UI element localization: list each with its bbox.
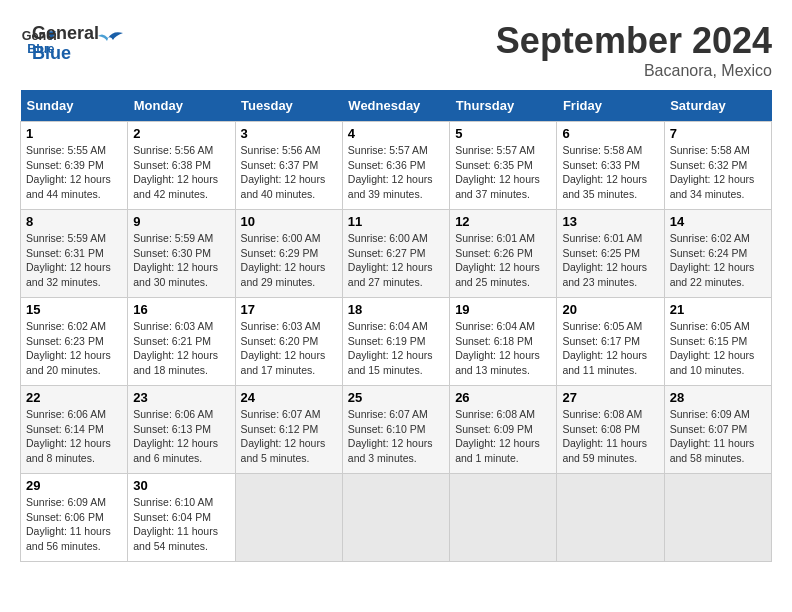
calendar-day-header: Friday <box>557 90 664 122</box>
calendar-day-cell: 2Sunrise: 5:56 AM Sunset: 6:38 PM Daylig… <box>128 122 235 210</box>
day-number: 3 <box>241 126 337 141</box>
day-number: 5 <box>455 126 551 141</box>
day-info: Sunrise: 6:04 AM Sunset: 6:19 PM Dayligh… <box>348 319 444 378</box>
day-number: 26 <box>455 390 551 405</box>
day-info: Sunrise: 6:03 AM Sunset: 6:20 PM Dayligh… <box>241 319 337 378</box>
calendar-day-header: Thursday <box>450 90 557 122</box>
calendar-day-header: Saturday <box>664 90 771 122</box>
day-number: 2 <box>133 126 229 141</box>
calendar-day-cell <box>557 474 664 562</box>
logo-bird-icon <box>93 23 123 53</box>
day-info: Sunrise: 5:57 AM Sunset: 6:36 PM Dayligh… <box>348 143 444 202</box>
calendar-day-cell: 30Sunrise: 6:10 AM Sunset: 6:04 PM Dayli… <box>128 474 235 562</box>
calendar-day-cell: 19Sunrise: 6:04 AM Sunset: 6:18 PM Dayli… <box>450 298 557 386</box>
calendar-day-header: Tuesday <box>235 90 342 122</box>
calendar-day-cell: 17Sunrise: 6:03 AM Sunset: 6:20 PM Dayli… <box>235 298 342 386</box>
day-number: 6 <box>562 126 658 141</box>
calendar-week-row: 1Sunrise: 5:55 AM Sunset: 6:39 PM Daylig… <box>21 122 772 210</box>
day-info: Sunrise: 6:03 AM Sunset: 6:21 PM Dayligh… <box>133 319 229 378</box>
calendar-day-cell: 25Sunrise: 6:07 AM Sunset: 6:10 PM Dayli… <box>342 386 449 474</box>
day-number: 8 <box>26 214 122 229</box>
calendar-day-cell: 13Sunrise: 6:01 AM Sunset: 6:25 PM Dayli… <box>557 210 664 298</box>
day-number: 21 <box>670 302 766 317</box>
calendar-table: SundayMondayTuesdayWednesdayThursdayFrid… <box>20 90 772 562</box>
month-title: September 2024 <box>496 20 772 62</box>
calendar-day-cell: 16Sunrise: 6:03 AM Sunset: 6:21 PM Dayli… <box>128 298 235 386</box>
day-number: 29 <box>26 478 122 493</box>
day-info: Sunrise: 6:06 AM Sunset: 6:13 PM Dayligh… <box>133 407 229 466</box>
calendar-day-cell: 24Sunrise: 6:07 AM Sunset: 6:12 PM Dayli… <box>235 386 342 474</box>
day-info: Sunrise: 6:08 AM Sunset: 6:09 PM Dayligh… <box>455 407 551 466</box>
day-number: 9 <box>133 214 229 229</box>
day-info: Sunrise: 5:55 AM Sunset: 6:39 PM Dayligh… <box>26 143 122 202</box>
day-info: Sunrise: 6:10 AM Sunset: 6:04 PM Dayligh… <box>133 495 229 554</box>
calendar-day-cell: 18Sunrise: 6:04 AM Sunset: 6:19 PM Dayli… <box>342 298 449 386</box>
title-block: September 2024 Bacanora, Mexico <box>496 20 772 80</box>
calendar-day-cell: 22Sunrise: 6:06 AM Sunset: 6:14 PM Dayli… <box>21 386 128 474</box>
calendar-day-cell: 20Sunrise: 6:05 AM Sunset: 6:17 PM Dayli… <box>557 298 664 386</box>
day-info: Sunrise: 6:06 AM Sunset: 6:14 PM Dayligh… <box>26 407 122 466</box>
calendar-day-cell: 12Sunrise: 6:01 AM Sunset: 6:26 PM Dayli… <box>450 210 557 298</box>
calendar-day-cell: 15Sunrise: 6:02 AM Sunset: 6:23 PM Dayli… <box>21 298 128 386</box>
calendar-header-row: SundayMondayTuesdayWednesdayThursdayFrid… <box>21 90 772 122</box>
page-header: General Blue General Blue September 2024… <box>20 20 772 80</box>
day-number: 17 <box>241 302 337 317</box>
calendar-day-header: Wednesday <box>342 90 449 122</box>
calendar-day-cell <box>664 474 771 562</box>
calendar-day-cell: 10Sunrise: 6:00 AM Sunset: 6:29 PM Dayli… <box>235 210 342 298</box>
day-info: Sunrise: 5:58 AM Sunset: 6:32 PM Dayligh… <box>670 143 766 202</box>
day-info: Sunrise: 5:56 AM Sunset: 6:37 PM Dayligh… <box>241 143 337 202</box>
day-info: Sunrise: 6:01 AM Sunset: 6:26 PM Dayligh… <box>455 231 551 290</box>
day-info: Sunrise: 5:59 AM Sunset: 6:31 PM Dayligh… <box>26 231 122 290</box>
day-info: Sunrise: 5:59 AM Sunset: 6:30 PM Dayligh… <box>133 231 229 290</box>
calendar-day-header: Sunday <box>21 90 128 122</box>
logo-general: General <box>32 24 99 44</box>
calendar-day-cell: 29Sunrise: 6:09 AM Sunset: 6:06 PM Dayli… <box>21 474 128 562</box>
calendar-day-cell: 6Sunrise: 5:58 AM Sunset: 6:33 PM Daylig… <box>557 122 664 210</box>
day-number: 22 <box>26 390 122 405</box>
day-info: Sunrise: 5:56 AM Sunset: 6:38 PM Dayligh… <box>133 143 229 202</box>
day-info: Sunrise: 6:05 AM Sunset: 6:15 PM Dayligh… <box>670 319 766 378</box>
day-info: Sunrise: 6:07 AM Sunset: 6:10 PM Dayligh… <box>348 407 444 466</box>
logo: General Blue General Blue <box>20 20 123 64</box>
day-info: Sunrise: 6:05 AM Sunset: 6:17 PM Dayligh… <box>562 319 658 378</box>
day-number: 4 <box>348 126 444 141</box>
day-info: Sunrise: 5:58 AM Sunset: 6:33 PM Dayligh… <box>562 143 658 202</box>
day-number: 23 <box>133 390 229 405</box>
calendar-day-cell: 14Sunrise: 6:02 AM Sunset: 6:24 PM Dayli… <box>664 210 771 298</box>
calendar-day-header: Monday <box>128 90 235 122</box>
location: Bacanora, Mexico <box>496 62 772 80</box>
day-number: 1 <box>26 126 122 141</box>
calendar-week-row: 22Sunrise: 6:06 AM Sunset: 6:14 PM Dayli… <box>21 386 772 474</box>
day-info: Sunrise: 6:09 AM Sunset: 6:07 PM Dayligh… <box>670 407 766 466</box>
day-number: 25 <box>348 390 444 405</box>
calendar-day-cell: 11Sunrise: 6:00 AM Sunset: 6:27 PM Dayli… <box>342 210 449 298</box>
logo-blue: Blue <box>32 44 99 64</box>
calendar-week-row: 8Sunrise: 5:59 AM Sunset: 6:31 PM Daylig… <box>21 210 772 298</box>
calendar-week-row: 29Sunrise: 6:09 AM Sunset: 6:06 PM Dayli… <box>21 474 772 562</box>
day-number: 30 <box>133 478 229 493</box>
day-number: 11 <box>348 214 444 229</box>
day-number: 28 <box>670 390 766 405</box>
calendar-day-cell <box>235 474 342 562</box>
calendar-day-cell: 9Sunrise: 5:59 AM Sunset: 6:30 PM Daylig… <box>128 210 235 298</box>
day-number: 27 <box>562 390 658 405</box>
calendar-day-cell: 7Sunrise: 5:58 AM Sunset: 6:32 PM Daylig… <box>664 122 771 210</box>
day-info: Sunrise: 6:00 AM Sunset: 6:27 PM Dayligh… <box>348 231 444 290</box>
calendar-week-row: 15Sunrise: 6:02 AM Sunset: 6:23 PM Dayli… <box>21 298 772 386</box>
day-number: 7 <box>670 126 766 141</box>
day-number: 13 <box>562 214 658 229</box>
calendar-day-cell: 21Sunrise: 6:05 AM Sunset: 6:15 PM Dayli… <box>664 298 771 386</box>
calendar-day-cell: 4Sunrise: 5:57 AM Sunset: 6:36 PM Daylig… <box>342 122 449 210</box>
calendar-day-cell: 1Sunrise: 5:55 AM Sunset: 6:39 PM Daylig… <box>21 122 128 210</box>
calendar-day-cell <box>342 474 449 562</box>
day-info: Sunrise: 5:57 AM Sunset: 6:35 PM Dayligh… <box>455 143 551 202</box>
day-info: Sunrise: 6:02 AM Sunset: 6:23 PM Dayligh… <box>26 319 122 378</box>
calendar-day-cell: 27Sunrise: 6:08 AM Sunset: 6:08 PM Dayli… <box>557 386 664 474</box>
day-number: 12 <box>455 214 551 229</box>
calendar-day-cell: 26Sunrise: 6:08 AM Sunset: 6:09 PM Dayli… <box>450 386 557 474</box>
day-number: 19 <box>455 302 551 317</box>
day-info: Sunrise: 6:08 AM Sunset: 6:08 PM Dayligh… <box>562 407 658 466</box>
day-info: Sunrise: 6:07 AM Sunset: 6:12 PM Dayligh… <box>241 407 337 466</box>
day-number: 18 <box>348 302 444 317</box>
